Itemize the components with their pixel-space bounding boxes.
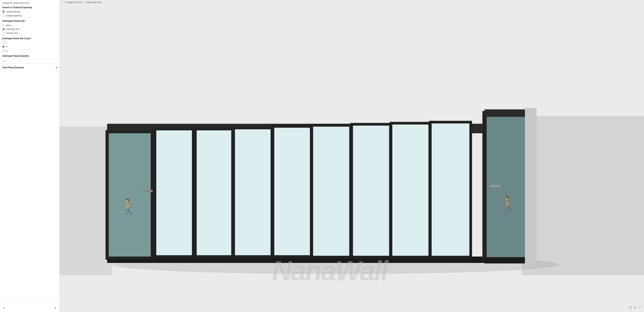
count-1-label: 1 bbox=[6, 42, 7, 44]
cube-view-button[interactable] bbox=[629, 306, 632, 310]
count-2-label: 2 bbox=[6, 45, 7, 48]
total-panel-title: Total Panel Quantity bbox=[2, 66, 24, 69]
opening-section-title: Inward or Outward Opening bbox=[2, 6, 57, 9]
sixfold-label: SixFold / 6LR bbox=[6, 32, 18, 34]
collapsed-text: collapsed to a single side at once. bbox=[2, 2, 57, 4]
door-scene-svg: 🚶 bbox=[59, 4, 644, 312]
svg-text:🚶: 🚶 bbox=[119, 198, 138, 215]
right-panel: ▶ Toggle 3D Scene ▶ Open and Close bbox=[59, 0, 644, 312]
scroll-indicator-area bbox=[62, 2, 62, 3]
svg-rect-10 bbox=[155, 129, 193, 257]
fourfold-radio[interactable] bbox=[2, 28, 5, 30]
svg-rect-30 bbox=[490, 185, 500, 187]
svg-text:🚶: 🚶 bbox=[499, 195, 517, 213]
bottom-nav: ‹ › bbox=[0, 303, 59, 312]
svg-rect-6 bbox=[107, 132, 152, 258]
sixfold-option[interactable]: SixFold / 6LR bbox=[2, 32, 57, 34]
count-2-option[interactable]: 2 bbox=[2, 45, 57, 48]
outward-opening-radio[interactable] bbox=[2, 14, 5, 17]
svg-rect-22 bbox=[391, 123, 430, 257]
svg-rect-12 bbox=[195, 129, 232, 257]
count-2-radio[interactable] bbox=[2, 45, 5, 48]
toggle-3d-arrow-icon: ▶ bbox=[65, 1, 66, 3]
unhinged-panels-section-title: Unhinged Panels Set bbox=[2, 20, 57, 22]
scene-controls bbox=[629, 306, 642, 310]
left-panel: collapsed to a single side at once. Inwa… bbox=[0, 0, 59, 312]
next-button[interactable]: › bbox=[54, 306, 56, 310]
count-1-radio[interactable] bbox=[2, 41, 5, 44]
count-3-option[interactable]: 3 bbox=[2, 49, 57, 52]
svg-rect-1 bbox=[59, 126, 112, 275]
unhinged-panels-radio-group: None FourFold / 4LR SixFold / 6LR bbox=[2, 24, 57, 34]
none-radio[interactable] bbox=[2, 24, 5, 26]
scene-container: 🚶 bbox=[59, 4, 644, 312]
prev-button[interactable]: ‹ bbox=[4, 306, 5, 310]
fourfold-option[interactable]: FourFold / 4LR bbox=[2, 28, 57, 30]
cube-icon bbox=[629, 306, 632, 309]
svg-rect-18 bbox=[312, 125, 350, 257]
svg-rect-29 bbox=[484, 258, 531, 264]
svg-rect-24 bbox=[430, 122, 471, 257]
total-panel-row: Total Panel Quantity ▾ bbox=[2, 66, 57, 69]
open-close-button[interactable]: ▶ Open and Close bbox=[85, 1, 101, 3]
expand-icon bbox=[639, 306, 642, 309]
svg-rect-28 bbox=[484, 109, 531, 117]
count-3-label: 3 bbox=[6, 49, 7, 52]
panel-quantity-title: Unhinged Panel Quantity bbox=[2, 55, 57, 57]
svg-rect-8 bbox=[143, 190, 153, 192]
svg-marker-34 bbox=[634, 306, 636, 309]
panel-quantity-input[interactable] bbox=[2, 59, 57, 64]
panel-content: collapsed to a single side at once. Inwa… bbox=[0, 0, 59, 312]
expand-button[interactable] bbox=[639, 306, 642, 310]
toggle-3d-button[interactable]: ▶ Toggle 3D Scene bbox=[65, 1, 82, 3]
count-3-radio[interactable] bbox=[2, 49, 5, 52]
svg-line-36 bbox=[639, 308, 640, 309]
scroll-dot bbox=[62, 2, 62, 3]
inward-opening-option[interactable]: Inward Opening bbox=[2, 10, 57, 13]
play-icon bbox=[634, 306, 637, 309]
inward-opening-label: Inward Opening bbox=[6, 10, 20, 13]
none-option[interactable]: None bbox=[2, 24, 57, 26]
opening-radio-group: Inward Opening Outward Opening bbox=[2, 10, 57, 17]
panel-count-radio-group: 1 2 3 bbox=[2, 41, 57, 52]
total-panel-dropdown-icon[interactable]: ▾ bbox=[56, 66, 57, 69]
none-label: None bbox=[6, 24, 11, 26]
sixfold-radio[interactable] bbox=[2, 32, 5, 34]
inward-opening-radio[interactable] bbox=[2, 10, 5, 13]
svg-rect-20 bbox=[352, 124, 390, 257]
toggle-3d-label: Toggle 3D Scene bbox=[67, 1, 82, 3]
svg-rect-14 bbox=[234, 128, 272, 257]
svg-text:NanaWall: NanaWall bbox=[272, 256, 389, 286]
open-close-arrow-icon: ▶ bbox=[85, 1, 86, 3]
fourfold-label: FourFold / 4LR bbox=[6, 28, 19, 30]
svg-line-35 bbox=[640, 306, 641, 307]
svg-rect-16 bbox=[273, 126, 311, 257]
play-animation-button[interactable] bbox=[634, 306, 637, 310]
outward-opening-label: Outward Opening bbox=[6, 14, 22, 17]
count-1-option[interactable]: 1 bbox=[2, 41, 57, 44]
svg-rect-2 bbox=[522, 116, 644, 275]
svg-rect-33 bbox=[525, 108, 536, 265]
outward-opening-option[interactable]: Outward Opening bbox=[2, 14, 57, 17]
panel-count-section-title: Unhinged Panel Set Count bbox=[2, 37, 57, 40]
toolbar: ▶ Toggle 3D Scene ▶ Open and Close bbox=[59, 0, 644, 4]
open-close-label: Open and Close bbox=[87, 1, 101, 3]
